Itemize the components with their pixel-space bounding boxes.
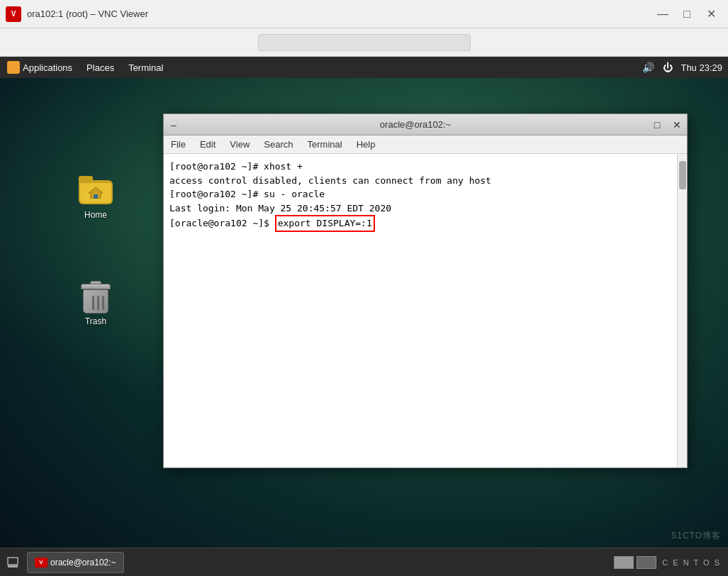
home-icon-label: Home bbox=[84, 210, 107, 220]
desktop-icon-home[interactable]: Home bbox=[67, 170, 124, 223]
watermark: 51CTO博客 bbox=[672, 530, 721, 542]
terminal-titlebar: – oracle@ora102:~ □ ✕ bbox=[164, 114, 687, 135]
terminal-menubar: File Edit View Search Terminal Help bbox=[164, 135, 687, 154]
taskbar-right: C E N T O S bbox=[614, 556, 728, 569]
menu-terminal[interactable]: Terminal bbox=[301, 135, 349, 154]
taskbar-window-label: oracle@ora102:~ bbox=[50, 558, 116, 567]
terminal-close-button[interactable]: ✕ bbox=[667, 115, 687, 135]
desktop-icon-trash[interactable]: Trash bbox=[67, 277, 124, 329]
vnc-logo: V bbox=[6, 6, 21, 22]
show-desktop-icon bbox=[7, 557, 18, 568]
vnc-close-button[interactable]: ✕ bbox=[700, 4, 722, 24]
centos-logo: C E N T O S bbox=[662, 558, 721, 567]
terminal-content[interactable]: [root@ora102 ~]# xhost + access control … bbox=[164, 154, 677, 467]
vnc-maximize-button[interactable]: □ bbox=[676, 4, 698, 24]
trash-image bbox=[79, 279, 113, 314]
desktop-area: Home Trash bbox=[0, 78, 728, 548]
workspace-indicator bbox=[614, 556, 656, 569]
taskbar-left: V oracle@ora102:~ bbox=[0, 552, 124, 573]
taskbar: V oracle@ora102:~ C E N T O S bbox=[0, 548, 728, 576]
vnc-title-controls: — □ ✕ bbox=[651, 4, 728, 24]
desktop: V ora102:1 (root) – VNC Viewer — □ ✕ App… bbox=[0, 0, 728, 576]
terminal-body: [root@ora102 ~]# xhost + access control … bbox=[164, 154, 687, 467]
svg-rect-1 bbox=[94, 194, 98, 199]
panel-clock: Thu 23:29 bbox=[681, 62, 722, 73]
home-house-svg bbox=[89, 186, 103, 199]
menu-view[interactable]: View bbox=[223, 135, 257, 154]
terminal-title: oracle@ora102:~ bbox=[184, 119, 647, 130]
terminal-title-buttons-right: □ ✕ bbox=[647, 115, 687, 135]
panel-right: 🔊 ⏻ Thu 23:29 bbox=[641, 60, 728, 74]
terminal-window: – oracle@ora102:~ □ ✕ File Edit View Sea… bbox=[163, 113, 688, 468]
gnome-panel: Applications Places Terminal 🔊 ⏻ Thu 23:… bbox=[0, 57, 728, 78]
applications-icon bbox=[7, 61, 20, 74]
menu-edit[interactable]: Edit bbox=[193, 135, 223, 154]
svg-rect-2 bbox=[8, 558, 18, 565]
taskbar-window-oracle[interactable]: V oracle@ora102:~ bbox=[27, 552, 124, 573]
vnc-titlebar: V ora102:1 (root) – VNC Viewer — □ ✕ bbox=[0, 0, 728, 28]
terminal-text: [root@ora102 ~]# xhost + access control … bbox=[169, 160, 671, 232]
svg-rect-3 bbox=[8, 565, 18, 567]
vnc-title-left: V ora102:1 (root) – VNC Viewer bbox=[0, 6, 148, 22]
panel-terminal[interactable]: Terminal bbox=[121, 57, 170, 78]
home-folder-image bbox=[79, 173, 113, 207]
workspace-1[interactable] bbox=[614, 556, 634, 569]
vnc-title-text: ora102:1 (root) – VNC Viewer bbox=[27, 9, 148, 19]
workspace-2[interactable] bbox=[637, 556, 656, 569]
trash-icon-label: Trash bbox=[85, 316, 106, 326]
menu-file[interactable]: File bbox=[164, 135, 193, 154]
menu-search[interactable]: Search bbox=[257, 135, 300, 154]
terminal-maximize-button[interactable]: □ bbox=[647, 115, 667, 135]
terminal-scrollbar[interactable] bbox=[677, 154, 687, 467]
vnc-toolbar-address bbox=[258, 34, 471, 51]
terminal-minimize-button[interactable]: – bbox=[164, 115, 184, 135]
power-icon[interactable]: ⏻ bbox=[661, 60, 675, 74]
panel-applications[interactable]: Applications bbox=[0, 57, 79, 78]
scrollbar-thumb bbox=[679, 161, 686, 189]
terminal-cursor: export DISPLAY=:1 bbox=[275, 215, 375, 232]
volume-icon[interactable]: 🔊 bbox=[641, 60, 655, 74]
panel-left: Applications Places Terminal bbox=[0, 57, 170, 78]
taskbar-show-desktop[interactable] bbox=[3, 553, 23, 572]
panel-places[interactable]: Places bbox=[79, 57, 121, 78]
vnc-minimize-button[interactable]: — bbox=[651, 4, 674, 24]
taskbar-vnc-icon: V bbox=[35, 558, 47, 567]
vnc-toolbar bbox=[0, 28, 728, 57]
menu-help[interactable]: Help bbox=[349, 135, 383, 154]
